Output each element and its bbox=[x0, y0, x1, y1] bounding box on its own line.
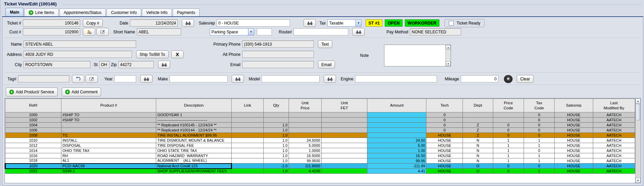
cell[interactable]: AATECH bbox=[593, 112, 635, 118]
column-header-amount[interactable]: Amount bbox=[367, 99, 426, 112]
ticket-number-field[interactable]: 100146 bbox=[23, 19, 80, 27]
cell[interactable]: 1.0 bbox=[264, 143, 289, 148]
cell[interactable]: TI1 bbox=[61, 133, 156, 138]
cell[interactable]: 0 bbox=[524, 164, 554, 169]
cell[interactable]: 1004 bbox=[5, 123, 61, 128]
cell[interactable]: 0 bbox=[493, 123, 524, 128]
cell[interactable]: ---------------------------------------- bbox=[156, 118, 232, 123]
cell[interactable]: 1 bbox=[493, 143, 524, 148]
cell[interactable] bbox=[321, 153, 367, 158]
cell[interactable]: ROAD HAZARD WARRANTY bbox=[156, 153, 232, 158]
note-scrollbar[interactable]: ▲ ▼ bbox=[445, 45, 451, 66]
cell[interactable]: HOUSE bbox=[555, 153, 593, 158]
cell[interactable]: Z bbox=[463, 128, 493, 133]
cell[interactable] bbox=[289, 128, 321, 133]
cell[interactable] bbox=[493, 112, 524, 118]
ship-to-bill-to-button[interactable]: Ship To/Bill To bbox=[136, 50, 169, 58]
tax-dropdown[interactable]: Taxable ▼ bbox=[327, 19, 362, 27]
cell[interactable] bbox=[232, 133, 264, 138]
cell[interactable]: HOUSE bbox=[426, 164, 463, 169]
cust-number-field[interactable]: 102900 bbox=[23, 28, 80, 35]
cell[interactable]: 16.5000 bbox=[289, 153, 321, 158]
chevron-down-icon[interactable]: ▼ bbox=[355, 19, 362, 27]
clear-vehicle-button[interactable]: Clear bbox=[517, 75, 533, 83]
cell[interactable] bbox=[232, 153, 264, 158]
cell[interactable]: HOUSE bbox=[555, 164, 593, 169]
cell[interactable]: 1.0 bbox=[264, 153, 289, 158]
tag-recall-button[interactable] bbox=[72, 75, 84, 83]
cell[interactable] bbox=[493, 118, 524, 123]
cell[interactable]: 1.0 bbox=[264, 138, 289, 143]
cell[interactable] bbox=[289, 133, 321, 138]
column-header-description[interactable]: Description bbox=[156, 99, 232, 112]
cell[interactable] bbox=[289, 112, 321, 118]
table-row-1006[interactable]: 1006.** Replicated #100144 - 12/24/24 **… bbox=[5, 128, 635, 133]
cell[interactable]: SS99-1 bbox=[61, 169, 156, 174]
cell[interactable]: AATECH bbox=[593, 143, 635, 148]
table-row-1002[interactable]: 1002#SHIP TO----------------------------… bbox=[5, 118, 635, 123]
cell[interactable] bbox=[321, 158, 367, 164]
cell[interactable] bbox=[232, 118, 264, 123]
cell[interactable]: HOUSE bbox=[555, 133, 593, 138]
cell[interactable]: GOODYEAR 1 bbox=[156, 112, 232, 118]
cell[interactable]: National Acct Credit 123 bbox=[156, 164, 232, 169]
cell[interactable] bbox=[232, 123, 264, 128]
cell[interactable]: AL1 bbox=[61, 158, 156, 164]
cell[interactable] bbox=[463, 112, 493, 118]
cell[interactable] bbox=[321, 143, 367, 148]
scroll-up-icon[interactable]: ▲ bbox=[635, 98, 641, 104]
cell[interactable]: 1.0 bbox=[264, 169, 289, 174]
cell[interactable]: AATECH bbox=[593, 158, 635, 164]
column-header-salesrep[interactable]: Salesrep bbox=[555, 99, 593, 112]
cell[interactable] bbox=[289, 118, 321, 123]
cell[interactable]: TIRE DISPOSAL FEE bbox=[156, 143, 232, 148]
cell[interactable]: 0 bbox=[426, 112, 463, 118]
cell[interactable]: 4.41 bbox=[367, 169, 426, 174]
cell[interactable] bbox=[321, 138, 367, 143]
make-field[interactable] bbox=[170, 75, 228, 82]
cell[interactable] bbox=[321, 123, 367, 128]
copy-number-button[interactable]: Copy # bbox=[83, 19, 103, 27]
year-field[interactable] bbox=[114, 75, 136, 82]
cell[interactable]: 5.00 bbox=[367, 143, 426, 148]
model-search-button[interactable] bbox=[324, 75, 336, 83]
cell[interactable]: O bbox=[463, 164, 493, 169]
salesrep-field[interactable]: 0 - HOUSE bbox=[217, 19, 290, 27]
table-row-1010[interactable]: 1010INSTALLTIRE DISMOUNT, MOUNT & BALANC… bbox=[5, 138, 635, 143]
cell[interactable]: 1020 bbox=[5, 164, 61, 169]
cell[interactable]: 1000 bbox=[5, 112, 61, 118]
column-header-price-code[interactable]: Price Code bbox=[493, 99, 524, 112]
cell[interactable]: AATECH bbox=[593, 118, 635, 123]
cell[interactable] bbox=[289, 123, 321, 128]
cell[interactable] bbox=[321, 128, 367, 133]
cell[interactable] bbox=[232, 112, 264, 118]
cell[interactable]: 0 bbox=[426, 118, 463, 123]
parking-space-dropdown[interactable]: Parking Space ▼ bbox=[210, 28, 254, 35]
cell[interactable]: 0 bbox=[524, 112, 554, 118]
cell[interactable]: INSTALL bbox=[61, 138, 156, 143]
cell[interactable]: 0 bbox=[493, 133, 524, 138]
cell[interactable]: PCD!-NAC99 bbox=[61, 164, 156, 169]
cell[interactable]: 0 bbox=[524, 133, 554, 138]
cell[interactable]: 1.0000 bbox=[289, 148, 321, 153]
cell[interactable]: ** Replicated #100144 - 12/24/24 ** bbox=[156, 128, 232, 133]
tab-appointments-status[interactable]: Appointments/Status bbox=[59, 9, 106, 16]
cell[interactable]: -1.0 bbox=[264, 164, 289, 169]
cell[interactable]: HOUSE bbox=[555, 118, 593, 123]
column-header-dept[interactable]: Dept bbox=[463, 99, 493, 112]
cell[interactable]: RH bbox=[61, 153, 156, 158]
line-items-grid[interactable]: Ref#Product #DescriptionLinkQtyUnit Pric… bbox=[5, 98, 635, 174]
column-header-link[interactable]: Link bbox=[232, 99, 264, 112]
tag-field[interactable] bbox=[18, 75, 69, 82]
cell[interactable] bbox=[321, 112, 367, 118]
cell[interactable]: HOUSE bbox=[426, 138, 463, 143]
scroll-up-icon[interactable]: ▲ bbox=[446, 45, 451, 50]
cell[interactable]: N bbox=[463, 158, 493, 164]
cell[interactable]: 1.0 bbox=[264, 133, 289, 138]
cell[interactable]: 0 bbox=[524, 128, 554, 133]
cell[interactable]: TIRE INSTALL ALIGNMENT $99.95 bbox=[156, 133, 232, 138]
cell[interactable]: N bbox=[463, 153, 493, 158]
cell[interactable]: AATECH bbox=[593, 128, 635, 133]
scroll-down-icon[interactable]: ▼ bbox=[446, 61, 451, 66]
clear-address-button[interactable]: X bbox=[171, 50, 184, 58]
